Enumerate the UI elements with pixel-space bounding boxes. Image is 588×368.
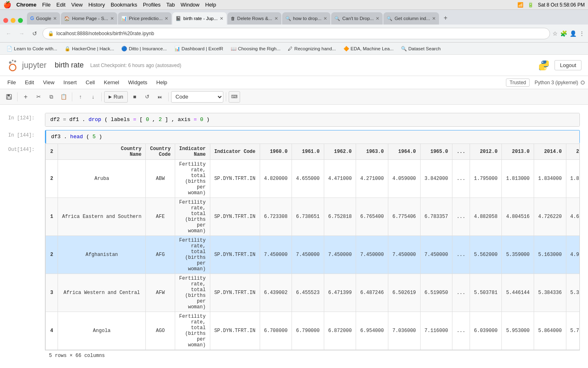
code-var2: df1 [69, 117, 79, 123]
col-header-country-name: CountryName [58, 144, 146, 160]
view-menu[interactable]: View [71, 2, 82, 8]
tab-google[interactable]: G Google ✕ [27, 12, 60, 25]
cell-144-in-label: In [144]: [8, 130, 45, 144]
bookmark-icon-dataset: 🔍 [401, 46, 407, 52]
rows-cols-info: 5 rows × 66 columns [8, 350, 580, 361]
move-up-button[interactable]: ↑ [75, 91, 86, 103]
bookmark-ditto[interactable]: 🔵 Ditto | Insurance... [118, 44, 170, 53]
tab-deleterows-close[interactable]: ✕ [274, 16, 278, 21]
col-header-1965: 1965.0 [420, 144, 452, 160]
bookmarks-menu[interactable]: Bookmarks [111, 2, 137, 8]
tab-deleterows[interactable]: 🗑 Delete Rows &... ✕ [227, 12, 281, 25]
jmenu-widgets[interactable]: Widgets [124, 78, 151, 87]
tab-deleterows-label: Delete Rows &... [237, 16, 272, 21]
jmenu-cell[interactable]: Cell [82, 78, 99, 87]
back-button[interactable]: ← [3, 28, 14, 39]
tab-getcolumn[interactable]: 🔍 Get column ind... ✕ [383, 12, 439, 25]
df-input-area: In [144]: df3 . head ( 5 ) [8, 130, 580, 144]
bookmark-dataset[interactable]: 🔍 Dataset Search [398, 44, 444, 53]
jmenu-edit[interactable]: Edit [21, 78, 38, 87]
toolbar-sep-3 [101, 92, 102, 101]
cell-124-content[interactable]: df2 = df1 . drop ( labels = [ 0 , 2 ] , [45, 113, 580, 127]
add-cell-button[interactable]: + [20, 91, 31, 103]
window-menu[interactable]: Window [180, 2, 199, 8]
bookmark-icon-hackerone: 🔒 [65, 46, 70, 52]
edit-menu[interactable]: Edit [56, 2, 65, 8]
birthrate-favicon: 📓 [176, 16, 181, 21]
history-menu[interactable]: History [88, 2, 105, 8]
bookmark-learncode[interactable]: 📄 Learn to Code with... [3, 44, 60, 53]
address-bar[interactable]: 🔒 localhost:8888/notebooks/birth%20rate.… [42, 28, 550, 39]
tab-cantdrop[interactable]: 🔍 Can't to Drop... ✕ [331, 12, 383, 25]
dataframe-table: 2 CountryName CountryCode IndicatorName … [45, 144, 580, 350]
trusted-badge: Trusted [506, 79, 530, 87]
col-header-country-code: CountryCode [146, 144, 175, 160]
jmenu-help[interactable]: Help [152, 78, 172, 87]
table-row: 2AfghanistanAFGFertility rate, total (bi… [46, 236, 580, 274]
paste-cell-button[interactable]: 📋 [58, 91, 69, 103]
tab-homepage[interactable]: 🏠 Home Page - S... ✕ [61, 12, 117, 25]
jmenu-file[interactable]: File [3, 78, 20, 87]
tab-getcolumn-close[interactable]: ✕ [432, 16, 436, 21]
bookmark-eda[interactable]: 🔶 EDA, Machine Lea... [340, 44, 397, 53]
move-down-button[interactable]: ↓ [87, 91, 99, 103]
bookmark-recognizing[interactable]: 🖊 Recognizing hand... [285, 44, 339, 53]
tab-google-close[interactable]: ✕ [53, 16, 57, 21]
cell-type-selector[interactable]: Code Markdown Raw NBConvert Heading [171, 91, 223, 103]
keyboard-shortcut-button[interactable]: ⌨ [229, 91, 240, 103]
restart-run-button[interactable]: ⏭ [154, 91, 166, 103]
address-bar-area: ← → ↺ 🔒 localhost:8888/notebooks/birth%2… [0, 25, 588, 43]
reload-button[interactable]: ↺ [29, 28, 40, 39]
copy-cell-button[interactable]: ⧉ [45, 91, 57, 103]
run-button[interactable]: ▶ Run [104, 91, 128, 103]
col-header-ellipsis: ... [452, 144, 470, 160]
tab-birthrate-close[interactable]: ✕ [220, 16, 223, 21]
bookmark-excelr[interactable]: 📊 Dashboard | ExcelR [171, 44, 227, 53]
jmenu-view[interactable]: View [39, 78, 58, 87]
tab-homepage-close[interactable]: ✕ [110, 16, 114, 21]
new-tab-button[interactable]: + [440, 12, 451, 24]
tab-price-close[interactable]: ✕ [165, 16, 168, 21]
jmenu-insert[interactable]: Insert [59, 78, 81, 87]
tab-howtodrop[interactable]: 🔍 how to drop... ✕ [282, 12, 331, 25]
tab-price-label: Price predictio... [129, 16, 163, 21]
bookmark-icon[interactable]: ☆ [552, 30, 558, 37]
save-button[interactable] [3, 91, 15, 103]
lock-icon: 🔒 [48, 31, 54, 36]
tab-howtodrop-close[interactable]: ✕ [323, 16, 327, 21]
bookmark-hackerone[interactable]: 🔒 HackerOne | Hack... [61, 44, 117, 53]
tab-price[interactable]: 📊 Price predictio... ✕ [118, 12, 172, 25]
jupyter-header: jupyter birth rate Last Checkpoint: 6 ho… [0, 55, 588, 76]
bookmark-icon-choosing: 📖 [231, 46, 236, 52]
tab-birthrate-label: birth rate - Jup... [183, 16, 218, 21]
bookmark-choosing[interactable]: 📖 Choosing the Righ... [227, 44, 284, 53]
maximize-window-btn[interactable] [18, 18, 23, 23]
forward-button[interactable]: → [16, 28, 27, 39]
file-menu[interactable]: File [42, 2, 51, 8]
account-icon[interactable]: 👤 [570, 30, 577, 37]
extension-icon[interactable]: 🧩 [560, 30, 567, 37]
cut-cell-button[interactable]: ✂ [33, 91, 44, 103]
minimize-window-btn[interactable] [11, 18, 16, 23]
jmenu-kernel[interactable]: Kernel [100, 78, 123, 87]
notebook-title[interactable]: birth rate [55, 61, 84, 70]
stop-button[interactable]: ■ [129, 91, 140, 103]
help-menu[interactable]: Help [205, 2, 216, 8]
tab-menu[interactable]: Tab [166, 2, 175, 8]
profiles-menu[interactable]: Profiles [143, 2, 160, 8]
code-comma2: , [172, 117, 178, 123]
close-window-btn[interactable] [3, 18, 8, 23]
restart-button[interactable]: ↺ [142, 91, 153, 103]
df-table-container[interactable]: 2 CountryName CountryCode IndicatorName … [45, 144, 580, 350]
cell-144-input[interactable]: df3 . head ( 5 ) [45, 130, 580, 144]
code-op: = [63, 117, 69, 123]
tab-birthrate[interactable]: 📓 birth rate - Jup... ✕ [172, 12, 227, 25]
code-num0-2: 0 [200, 117, 203, 123]
menu-dots[interactable]: ⋮ [579, 30, 585, 37]
chrome-menu[interactable]: Chrome [16, 2, 36, 8]
code-paren3: ( [86, 134, 89, 140]
logout-button[interactable]: Logout [555, 60, 581, 70]
tab-cantdrop-close[interactable]: ✕ [376, 16, 379, 21]
apple-menu[interactable]: 🍎 [3, 1, 11, 9]
howtodrop-favicon: 🔍 [285, 16, 291, 21]
